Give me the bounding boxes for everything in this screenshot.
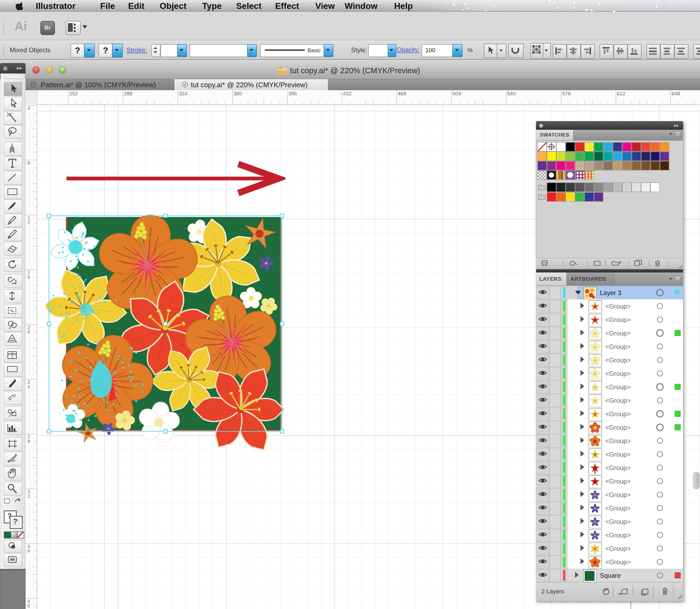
svg-text:.: . — [549, 263, 550, 267]
svg-text:.: . — [578, 263, 579, 267]
